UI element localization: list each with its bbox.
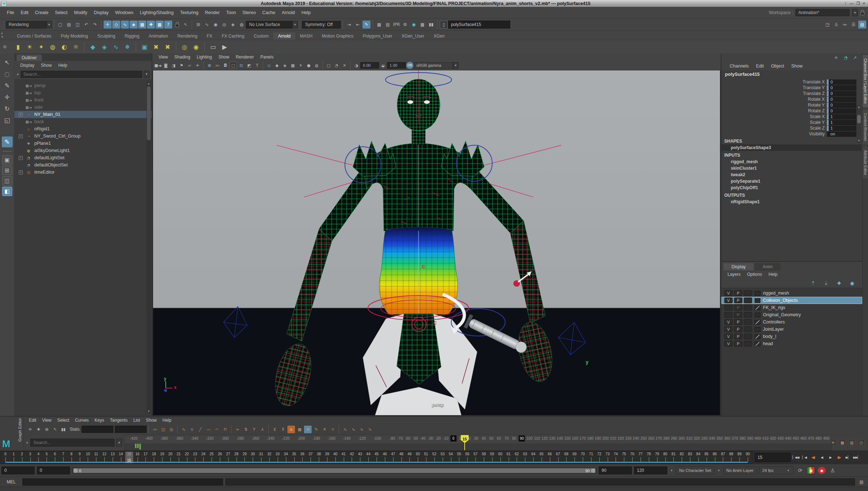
symmetry-field[interactable]: Symmetry: Off xyxy=(302,21,341,29)
post-infinity-offset-icon[interactable]: ∿ xyxy=(366,426,374,433)
render-sequence-icon[interactable]: ▩ xyxy=(418,21,426,29)
auto-key-icon[interactable]: ◉ xyxy=(818,467,826,474)
arnold-texture-icon[interactable]: ▣ xyxy=(139,42,150,52)
arnold-ipr-icon[interactable]: ▶ xyxy=(219,42,230,52)
arnold-volume-icon[interactable]: ❅ xyxy=(122,42,133,52)
workspace-lock-icon[interactable] xyxy=(860,12,864,15)
layer-visibility-toggle[interactable]: V xyxy=(724,319,733,325)
step-back-frame-icon[interactable]: ▏◀ xyxy=(800,453,809,462)
frame-number[interactable]: 70 xyxy=(581,452,585,456)
swap-buffer-icon[interactable]: ⇅ xyxy=(242,426,249,433)
frame-number[interactable]: 19 xyxy=(160,452,164,456)
light-editor-icon[interactable]: ◉ xyxy=(410,21,418,29)
outliner-item[interactable]: ■◄ top xyxy=(14,89,152,96)
pre-infinity-offset-icon[interactable]: ∿ xyxy=(350,426,357,433)
outliner-item[interactable]: ■◄ side xyxy=(14,104,152,111)
frame-number[interactable]: 36 xyxy=(300,452,304,456)
input-item[interactable]: tweak2 xyxy=(721,171,862,178)
arnold-physical-sky-icon[interactable]: ☼ xyxy=(70,42,81,52)
layer-editor-tab[interactable]: Display xyxy=(724,263,754,270)
frame-number[interactable]: 51 xyxy=(424,452,428,456)
frame-number[interactable]: 2 xyxy=(21,452,23,456)
frame-number[interactable]: 55 xyxy=(457,452,461,456)
time-editor-icon[interactable]: ◷ xyxy=(858,439,865,446)
channel-box-scrollbar[interactable]: ▲▼ xyxy=(857,105,861,143)
viewport-menu-item[interactable]: View xyxy=(155,55,171,60)
graph-editor-menu-item[interactable]: Edit xyxy=(26,418,39,423)
free-tangent-weight-icon[interactable]: ⊻ xyxy=(271,426,278,433)
outliner-item[interactable]: ■◄ front xyxy=(14,96,152,104)
sidebar-tab[interactable]: Channel Box / Layer Editor xyxy=(863,55,868,108)
menu-item[interactable]: Lighting/Shading xyxy=(137,7,177,19)
frame-number[interactable]: 6 xyxy=(54,452,56,456)
frame-number[interactable]: 9 xyxy=(79,452,81,456)
layer-display-type-toggle[interactable] xyxy=(744,341,752,347)
lock-tangent-weight-icon[interactable]: ⊼ xyxy=(279,426,287,433)
playback-start-field[interactable] xyxy=(37,466,70,474)
shelf-tab[interactable]: Sculpting xyxy=(93,32,120,40)
menu-item[interactable]: Create xyxy=(32,7,52,19)
layer-color-swatch[interactable] xyxy=(755,298,760,303)
layer-display-type-toggle[interactable] xyxy=(744,312,752,318)
move-axis-icon[interactable]: ✛ xyxy=(833,55,839,61)
modeling-toolkit-icon[interactable]: ◳ xyxy=(824,21,832,29)
expand-icon[interactable]: + xyxy=(19,113,23,117)
frame-number[interactable]: 12 xyxy=(103,452,107,456)
frame-playback-icon[interactable]: ◫ xyxy=(159,426,167,433)
outliner-search-input[interactable] xyxy=(21,71,142,78)
playback-end-field[interactable] xyxy=(599,466,632,474)
frame-number[interactable]: 20 xyxy=(168,452,172,456)
frame-number[interactable]: 0 xyxy=(4,452,6,456)
channel-row[interactable]: Translate X 0 xyxy=(721,79,862,85)
frame-number[interactable]: 48 xyxy=(399,452,403,456)
highlight-selection-icon[interactable]: ↖ xyxy=(182,21,190,29)
frame-number[interactable]: 53 xyxy=(440,452,444,456)
channel-value[interactable]: 1 xyxy=(827,114,856,120)
graph-search-dropdown-icon[interactable]: ▼ xyxy=(116,439,122,447)
maximize-icon[interactable]: ❐ xyxy=(856,1,860,6)
grip-handle[interactable] xyxy=(3,20,5,29)
frame-number[interactable]: 84 xyxy=(696,452,700,456)
menu-item[interactable]: Texturing xyxy=(177,7,202,19)
animation-start-field[interactable] xyxy=(1,466,35,474)
channel-row[interactable]: Scale Y 1 xyxy=(721,120,862,125)
quick-rename-input[interactable] xyxy=(448,21,510,29)
graph-editor-menu-item[interactable]: View xyxy=(39,418,55,423)
frame-number[interactable]: 11 xyxy=(94,452,98,456)
layer-color-swatch[interactable] xyxy=(755,291,760,296)
layer-color-swatch[interactable] xyxy=(755,313,760,317)
input-item[interactable]: polySeparate1 xyxy=(721,178,862,184)
arnold-light-portal-icon[interactable]: ◍ xyxy=(47,42,58,52)
save-scene-icon[interactable]: ◫ xyxy=(74,21,82,29)
frame-number[interactable]: 76 xyxy=(630,452,634,456)
graph-editor-menu-item[interactable]: Help xyxy=(160,418,174,423)
frame-number[interactable]: 43 xyxy=(358,452,362,456)
frame-number[interactable]: 3 xyxy=(29,452,31,456)
frame-number[interactable]: 66 xyxy=(548,452,552,456)
arnold-bake-selected-icon[interactable]: ◎ xyxy=(179,42,190,52)
shelf-tab[interactable]: Rendering xyxy=(173,32,202,40)
layer-color-swatch[interactable] xyxy=(755,334,760,339)
bookmark-icon[interactable]: ⚑ xyxy=(178,62,185,69)
frame-number[interactable]: 33 xyxy=(275,452,279,456)
arnold-mesh-light-icon[interactable]: ◐ xyxy=(59,42,70,52)
layer-color-swatch[interactable] xyxy=(755,320,760,325)
frame-number[interactable]: 63 xyxy=(523,452,527,456)
tool-settings-icon[interactable]: ☰ xyxy=(850,21,858,29)
graph-editor-menu-item[interactable]: Show xyxy=(143,418,160,423)
frame-number[interactable]: 61 xyxy=(507,452,511,456)
break-keys-icon[interactable]: ✕ xyxy=(321,426,328,433)
channel-value[interactable]: on xyxy=(827,131,856,137)
new-empty-layer-icon[interactable]: ✚ xyxy=(835,279,843,287)
shade-window-icon[interactable]: ↑ xyxy=(845,1,847,6)
arnold-area-light-icon[interactable]: ▮ xyxy=(13,42,23,52)
exposure-field[interactable]: 0.00 xyxy=(360,62,379,69)
graph-search-input[interactable] xyxy=(30,439,114,447)
layer-visibility-toggle[interactable] xyxy=(724,312,733,318)
select-curves-mask-icon[interactable]: ∿ xyxy=(121,21,129,29)
frame-number[interactable]: 69 xyxy=(573,452,577,456)
frame-number[interactable]: 18 xyxy=(152,452,156,456)
channel-row[interactable]: Scale X 1 xyxy=(721,114,862,120)
outliner-item[interactable]: ◔ defaultObjectSet xyxy=(14,161,152,169)
frame-number[interactable]: 71 xyxy=(589,452,593,456)
